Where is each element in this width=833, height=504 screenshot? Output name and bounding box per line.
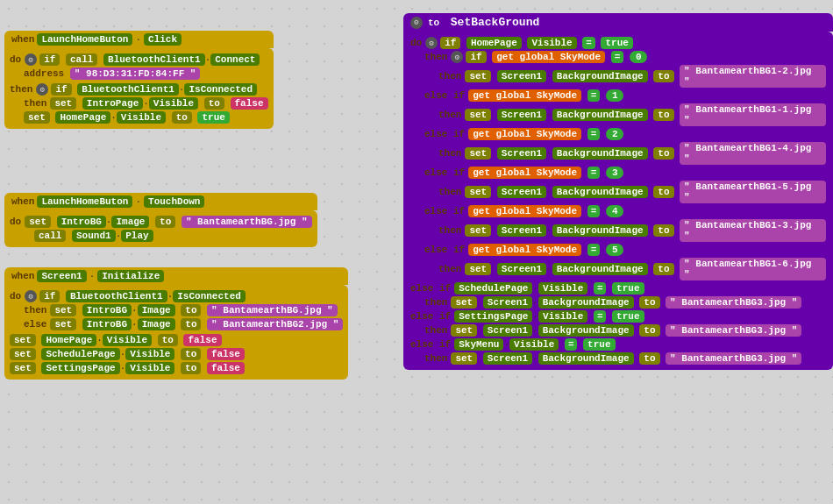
introbg-jpg-2[interactable]: " BantamearthBG.jpg "	[207, 304, 338, 316]
gear-icon-sb3[interactable]: ⚙	[451, 51, 463, 63]
introbg-jpg-1[interactable]: " BantamearthBG.jpg "	[182, 216, 312, 228]
visible-1[interactable]: Visible	[149, 97, 198, 110]
true-sb1[interactable]: true	[601, 37, 632, 49]
true-value-1[interactable]: true	[197, 111, 229, 124]
bgval-sb1[interactable]: " BantamearthBG1-2.jpg "	[680, 65, 826, 88]
settingspage-sb1[interactable]: SettingsPage	[454, 310, 532, 323]
play-1[interactable]: Play	[121, 230, 153, 242]
bgimage-sb6[interactable]: BackgroundImage	[552, 263, 648, 275]
num-3-sb1[interactable]: 3	[606, 167, 624, 179]
get-global-sb3[interactable]: get global SkyMode	[468, 128, 581, 140]
visible-2[interactable]: Visible	[117, 111, 166, 124]
connect-1[interactable]: Connect	[210, 53, 260, 66]
screen1-1[interactable]: Screen1	[37, 270, 86, 282]
visible-3[interactable]: Visible	[103, 334, 152, 346]
skymenu-sb1[interactable]: SkyMenu	[454, 338, 503, 351]
screen1-sb8[interactable]: Screen1	[483, 324, 532, 337]
get-global-sb4[interactable]: get global SkyMode	[468, 167, 581, 179]
homepage-1[interactable]: HomePage	[55, 111, 110, 124]
schedulepage-1[interactable]: SchedulePage	[41, 348, 119, 360]
bgimage-sb7[interactable]: BackgroundImage	[538, 296, 634, 309]
sound1-1[interactable]: Sound1	[72, 230, 116, 242]
initialize-1[interactable]: Initialize	[97, 270, 164, 282]
screen1-sb1[interactable]: Screen1	[497, 70, 546, 82]
screen1-sb2[interactable]: Screen1	[497, 109, 546, 121]
num-0-sb1[interactable]: 0	[630, 51, 648, 63]
screen1-sb6[interactable]: Screen1	[497, 263, 546, 275]
address-value-1[interactable]: " 98:D3:31:FD:84:FF "	[70, 67, 201, 80]
to-keyword-6: to	[158, 334, 178, 346]
gear-icon-1[interactable]: ⚙	[25, 53, 37, 66]
true-sb4[interactable]: true	[583, 338, 615, 351]
event-name-1[interactable]: Click	[144, 33, 182, 46]
get-global-sb1[interactable]: get global SkyMode	[492, 51, 605, 63]
image-3[interactable]: Image	[138, 318, 175, 330]
setbackground-name[interactable]: SetBackGround	[451, 16, 539, 29]
introbg-1[interactable]: IntroBG	[57, 216, 106, 228]
bgval-sb7[interactable]: " BantamearthBG3.jpg "	[666, 296, 801, 309]
get-global-sb2[interactable]: get global SkyMode	[468, 89, 581, 102]
false-value-4[interactable]: false	[207, 362, 245, 374]
visible-5[interactable]: Visible	[125, 362, 174, 374]
elseif-sb5: else if	[424, 245, 465, 255]
schedulepage-sb1[interactable]: SchedulePage	[454, 282, 532, 295]
get-global-sb6[interactable]: get global SkyMode	[468, 244, 581, 256]
component-name-2[interactable]: LaunchHomeButon	[37, 195, 132, 208]
screen1-sb7[interactable]: Screen1	[483, 296, 532, 309]
bgimage-sb1[interactable]: BackgroundImage	[552, 70, 648, 82]
false-value-1[interactable]: false	[231, 97, 268, 110]
num-4-sb1[interactable]: 4	[606, 205, 624, 217]
visible-sb1[interactable]: Visible	[527, 37, 576, 49]
bgimage-sb4[interactable]: BackgroundImage	[552, 186, 648, 198]
event-name-2[interactable]: TouchDown	[144, 195, 204, 208]
image-2[interactable]: Image	[138, 304, 175, 316]
false-value-3[interactable]: false	[207, 348, 245, 360]
bgimage-sb3[interactable]: BackgroundImage	[552, 147, 648, 160]
bgimage-sb5[interactable]: BackgroundImage	[552, 224, 648, 237]
isconnected-2[interactable]: IsConnected	[173, 290, 246, 302]
visible-sb3[interactable]: Visible	[538, 310, 587, 323]
introbg2-jpg[interactable]: " BantamearthBG2.jpg "	[207, 318, 343, 330]
component-name-1[interactable]: LaunchHomeButon	[37, 33, 132, 46]
introbg-3[interactable]: IntroBG	[82, 318, 132, 330]
num-2-sb1[interactable]: 2	[606, 128, 624, 140]
screen1-sb5[interactable]: Screen1	[497, 224, 546, 237]
screen1-sb4[interactable]: Screen1	[497, 186, 546, 198]
get-global-sb5[interactable]: get global SkyMode	[468, 205, 581, 217]
bgval-sb8[interactable]: " BantamearthBG3.jpg "	[666, 324, 801, 337]
settingspage-1[interactable]: SettingsPage	[41, 362, 119, 374]
visible-sb2[interactable]: Visible	[538, 282, 587, 295]
elseif-sb3: else if	[424, 167, 465, 178]
bgval-sb9[interactable]: " BantamearthBG3.jpg "	[666, 352, 801, 365]
gear-icon-2[interactable]: ⚙	[36, 83, 48, 96]
introbg-2[interactable]: IntroBG	[82, 304, 132, 316]
gear-icon-3[interactable]: ⚙	[25, 290, 37, 302]
true-sb3[interactable]: true	[612, 310, 644, 323]
bgval-sb6[interactable]: " BantamearthBG1-6.jpg "	[680, 258, 826, 280]
true-sb2[interactable]: true	[612, 282, 644, 295]
visible-sb4[interactable]: Visible	[509, 338, 559, 351]
gear-icon-sb2[interactable]: ⚙	[425, 37, 438, 49]
screen1-sb3[interactable]: Screen1	[497, 147, 546, 160]
image-1[interactable]: Image	[111, 216, 149, 228]
bt-client-3[interactable]: BluetoothClient1	[66, 290, 167, 302]
bgval-sb5[interactable]: " BantamearthBG1-3.jpg "	[680, 219, 826, 242]
intropage-1[interactable]: IntroPage	[82, 97, 143, 110]
isconnected-1[interactable]: IsConnected	[184, 83, 257, 96]
false-value-2[interactable]: false	[183, 334, 221, 346]
bgval-sb2[interactable]: " BantamearthBG1-1.jpg "	[680, 103, 826, 126]
bgval-sb3[interactable]: " BantamearthBG1-4.jpg "	[680, 142, 826, 165]
bt-client-2[interactable]: BluetoothClient1	[77, 83, 179, 96]
homepage-sb1[interactable]: HomePage	[466, 37, 522, 49]
bt-client-1[interactable]: BluetoothClient1	[103, 53, 205, 66]
bgval-sb4[interactable]: " BantamearthBG1-5.jpg "	[680, 181, 826, 203]
screen1-sb9[interactable]: Screen1	[483, 352, 532, 365]
gear-icon-sb[interactable]: ⚙	[410, 17, 423, 29]
bgimage-sb2[interactable]: BackgroundImage	[552, 109, 648, 121]
bgimage-sb8[interactable]: BackgroundImage	[538, 324, 634, 337]
homepage-2[interactable]: HomePage	[41, 334, 96, 346]
visible-4[interactable]: Visible	[125, 348, 174, 360]
bgimage-sb9[interactable]: BackgroundImage	[538, 352, 634, 365]
num-1-sb1[interactable]: 1	[606, 89, 624, 102]
num-5-sb1[interactable]: 5	[606, 244, 624, 256]
